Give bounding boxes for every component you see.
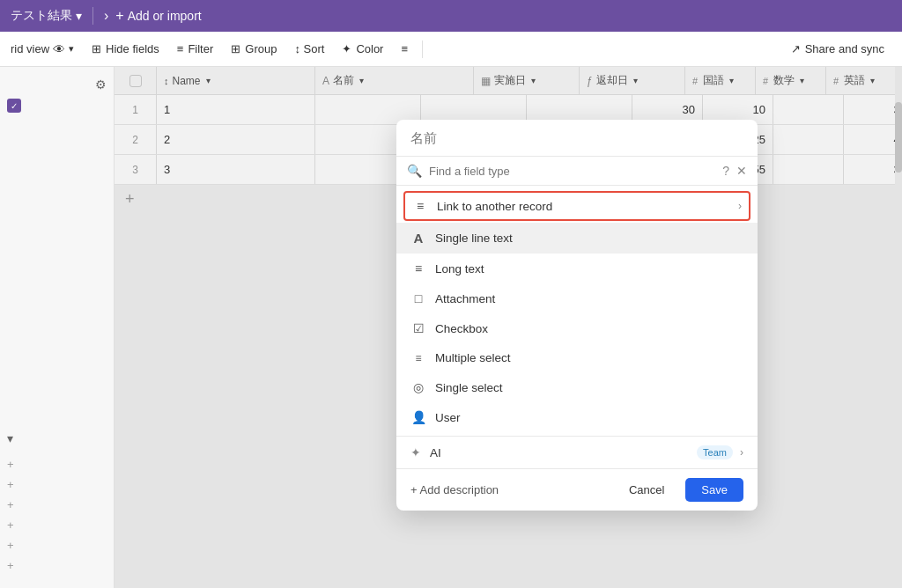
gear-icon: ⚙ [95, 77, 107, 92]
ai-chevron-icon: › [740, 446, 743, 459]
single-text-icon: A [410, 231, 426, 246]
multiple-select-label: Multiple select [435, 351, 511, 364]
title-chevron: ▾ [76, 9, 82, 23]
add-import-label: Add or import [128, 9, 202, 23]
plus-icon-6: + [7, 559, 14, 572]
plus-icon-2: + [7, 478, 14, 491]
sort-button[interactable]: ↕ Sort [287, 39, 331, 59]
sidebar: ⚙ ✓ ▾ + + + + + + [0, 67, 115, 588]
color-label: Color [356, 42, 383, 55]
hide-fields-button[interactable]: ⊞ Hide fields [85, 39, 166, 59]
check-icon: ✓ [7, 99, 21, 113]
add-import-button[interactable]: + Add or import [115, 8, 201, 24]
modal-field-type-list: ≡ Link to another record › A Single line… [396, 186, 758, 436]
plus-icon: + [115, 8, 123, 24]
field-type-checkbox[interactable]: ☑ Checkbox [396, 313, 758, 343]
link-icon: ≡ [412, 199, 428, 213]
link-chevron-icon: › [738, 200, 742, 212]
share-sync-button[interactable]: ↗ Share and sync [784, 39, 891, 59]
attachment-label: Attachment [435, 292, 495, 305]
sidebar-check-row: ✓ [0, 95, 114, 116]
hide-fields-label: Hide fields [106, 42, 159, 55]
toolbar-separator [422, 40, 423, 58]
more-button[interactable]: ≡ [394, 39, 415, 59]
modal-search-right: ? ✕ [722, 164, 747, 178]
group-icon: ⊞ [231, 42, 240, 55]
sort-label: ↕ Sort [294, 42, 324, 55]
search-icon: 🔍 [407, 164, 422, 178]
gear-button[interactable]: ⚙ [0, 74, 114, 95]
modal-field-name-section [396, 120, 758, 157]
plus-icon-5: + [7, 539, 14, 552]
ai-label: AI [430, 446, 697, 459]
single-select-label: Single select [435, 381, 503, 394]
cancel-button[interactable]: Cancel [615, 478, 678, 502]
sidebar-add-3[interactable]: + [7, 496, 107, 513]
view-icon: 👁 [53, 42, 65, 56]
team-badge: Team [697, 445, 733, 459]
modal-footer: + Add description Cancel Save [396, 468, 758, 511]
expand-icon[interactable]: › [104, 8, 108, 24]
user-icon: 👤 [410, 410, 426, 424]
add-desc-label: + Add description [410, 483, 499, 496]
field-type-attachment[interactable]: □ Attachment [396, 283, 758, 313]
save-button[interactable]: Save [685, 478, 743, 502]
chevron-down-icon: ▾ [7, 431, 13, 445]
ai-sparkle-icon: ✦ [410, 445, 421, 459]
sidebar-add-2[interactable]: + [7, 476, 107, 493]
more-label: ≡ [401, 42, 408, 55]
field-type-long-text[interactable]: ≡ Long text [396, 254, 758, 283]
user-label: User [435, 411, 461, 424]
main-area: ⚙ ✓ ▾ + + + + + + [0, 67, 902, 588]
field-name-input[interactable] [410, 130, 743, 145]
checkbox-label: Checkbox [435, 322, 488, 335]
attachment-icon: □ [410, 291, 426, 305]
color-icon: ✦ [342, 42, 351, 55]
view-label: rid view 👁 ▾ [11, 42, 74, 56]
long-text-label: Long text [435, 262, 484, 276]
plus-icon-4: + [7, 518, 14, 532]
hide-fields-icon: ⊞ [92, 42, 101, 55]
checkbox-icon: ☑ [410, 321, 426, 335]
sidebar-add-5[interactable]: + [7, 537, 107, 554]
field-type-single-select[interactable]: ◎ Single select [396, 372, 758, 402]
share-label: Share and sync [805, 42, 884, 55]
field-type-single-text[interactable]: A Single line text [396, 223, 758, 254]
field-type-ai[interactable]: ✦ AI Team › [396, 436, 758, 468]
single-select-icon: ◎ [410, 380, 426, 394]
toolbar: rid view 👁 ▾ ⊞ Hide fields ≡ Filter ⊞ Gr… [0, 32, 902, 67]
plus-icon-1: + [7, 458, 14, 471]
sidebar-bottom: + + + + + + [0, 449, 114, 581]
filter-button[interactable]: ≡ Filter [170, 39, 220, 59]
sidebar-add-1[interactable]: + [7, 456, 107, 473]
field-type-user[interactable]: 👤 User [396, 402, 758, 432]
modal-search-section: 🔍 ? ✕ [396, 157, 758, 186]
field-type-modal: 🔍 ? ✕ ≡ Link to another record › A [396, 120, 758, 511]
top-bar: テスト結果 ▾ › + Add or import [0, 0, 902, 32]
top-bar-divider [92, 7, 93, 25]
multiple-select-icon: ≡ [410, 352, 426, 364]
view-text: rid view [11, 42, 49, 55]
color-button[interactable]: ✦ Color [335, 39, 390, 59]
close-icon[interactable]: ✕ [736, 164, 747, 178]
app-title[interactable]: テスト結果 ▾ [11, 8, 82, 24]
filter-label: Filter [188, 42, 213, 55]
add-description-button[interactable]: + Add description [410, 483, 608, 496]
title-text: テスト結果 [11, 8, 72, 24]
single-text-label: Single line text [435, 232, 513, 245]
long-text-icon: ≡ [410, 261, 426, 276]
plus-icon-3: + [7, 498, 14, 511]
sidebar-add-6[interactable]: + [7, 557, 107, 574]
view-chevron: ▾ [69, 43, 74, 55]
field-type-search-input[interactable] [429, 165, 715, 178]
group-button[interactable]: ⊞ Group [224, 39, 284, 59]
field-type-link[interactable]: ≡ Link to another record › [403, 191, 750, 221]
link-label: Link to another record [437, 200, 552, 213]
sidebar-add-4[interactable]: + [7, 517, 107, 533]
field-type-multiple-select[interactable]: ≡ Multiple select [396, 343, 758, 372]
share-icon: ↗ [791, 42, 801, 55]
help-icon[interactable]: ? [722, 164, 729, 178]
group-label: Group [245, 42, 277, 55]
sidebar-chevron[interactable]: ▾ [0, 428, 114, 449]
table-area: ↕ Name ▾ A 名前 ▾ ▦ 実施日 ▾ ƒ 返却日 ▾ # 国語 [115, 67, 902, 588]
